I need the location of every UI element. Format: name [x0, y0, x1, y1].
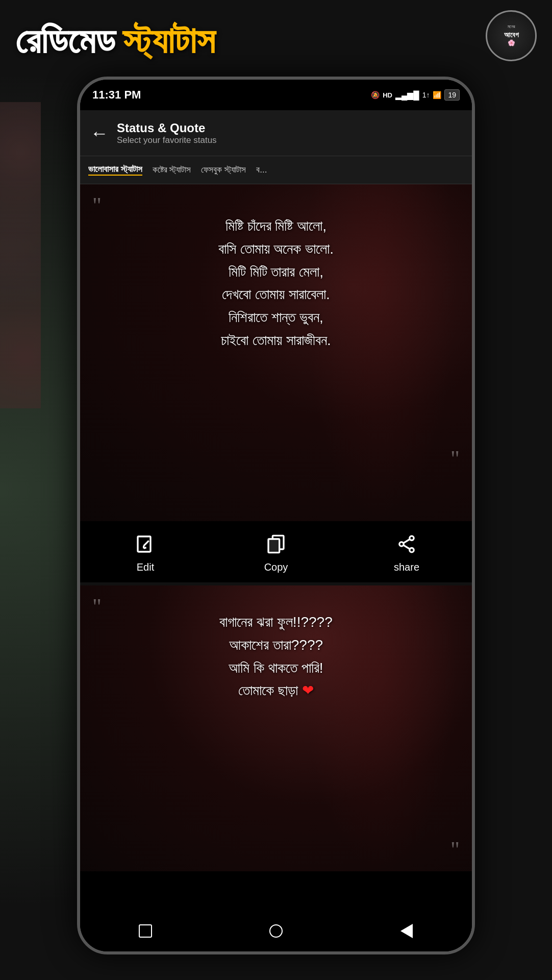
quote-close-2: " — [450, 839, 460, 861]
quote-text-1: মিষ্টি চাঁদের মিষ্টি আলো, বাসি তোমায় অন… — [92, 215, 460, 352]
quote-card-1: " মিষ্টি চাঁদের মিষ্টি আলো, বাসি তোমায় … — [80, 184, 472, 521]
logo-symbol: 🌸 — [504, 39, 519, 47]
action-bar: Edit Copy — [80, 521, 472, 582]
edit-label: Edit — [137, 561, 154, 573]
nav-triangle-icon — [400, 924, 413, 938]
nav-home-button[interactable] — [261, 921, 291, 941]
status-time: 11:31 PM — [92, 88, 141, 102]
notification-icon: 🔕 — [371, 91, 380, 99]
share-button[interactable]: share — [393, 531, 420, 573]
category-tabs: ভালোবাসার স্ট্যাটাস কষ্টের স্ট্যাটাস ফেস… — [80, 156, 472, 184]
svg-line-3 — [144, 547, 146, 548]
signal-2: 📶 — [433, 91, 441, 99]
phone-mockup: 11:31 PM 🔕 HD ▂▄▆█ 1↑ 📶 19 ← Status & Qu… — [77, 77, 475, 954]
copy-button[interactable]: Copy — [263, 531, 289, 573]
nav-square-icon — [139, 924, 152, 938]
cards-area: " মিষ্টি চাঁদের মিষ্টি আলো, বাসি তোমায় … — [80, 184, 472, 911]
battery-indicator: 19 — [444, 89, 460, 101]
edit-svg — [135, 534, 156, 554]
app-bar-text: Status & Quote Select your favorite stat… — [117, 121, 217, 145]
quote-close-1: " — [450, 448, 460, 470]
header-area: রেডিমেড স্ট্যাটাস — [0, 0, 552, 82]
floral-decoration — [0, 102, 41, 408]
copy-svg — [266, 534, 286, 554]
share-svg — [396, 534, 417, 554]
title-part1: রেডিমেড — [15, 19, 115, 62]
back-button[interactable]: ← — [90, 122, 109, 144]
svg-line-10 — [404, 545, 410, 549]
logo-line2: আবেগ — [504, 30, 519, 39]
nav-bar — [80, 911, 472, 951]
title-part2: স্ট্যাটাস — [123, 19, 215, 62]
tab-valobasar[interactable]: ভালোবাসার স্ট্যাটাস — [88, 164, 142, 176]
app-title: Status & Quote — [117, 121, 217, 135]
tab-more[interactable]: ব... — [256, 165, 267, 175]
edit-icon — [132, 531, 159, 557]
svg-point-6 — [410, 536, 414, 540]
main-title: রেডিমেড স্ট্যাটাস — [15, 19, 215, 62]
logo-line1: মনের — [504, 24, 519, 30]
share-icon — [393, 531, 420, 557]
svg-rect-5 — [268, 539, 280, 553]
share-label: share — [394, 561, 419, 573]
logo: মনের আবেগ 🌸 — [486, 10, 537, 61]
edit-button[interactable]: Edit — [132, 531, 159, 573]
status-bar: 11:31 PM 🔕 HD ▂▄▆█ 1↑ 📶 19 — [80, 80, 472, 110]
quote-text-2: বাগানের ঝরা ফুল!!???? আকাশের তারা???? আম… — [92, 611, 460, 702]
signal-1: 1↑ — [422, 91, 430, 99]
nav-circle-icon — [269, 924, 283, 938]
status-icons: 🔕 HD ▂▄▆█ 1↑ 📶 19 — [371, 89, 460, 101]
copy-icon — [263, 531, 289, 557]
svg-line-9 — [404, 539, 410, 543]
phone-screen: 11:31 PM 🔕 HD ▂▄▆█ 1↑ 📶 19 ← Status & Qu… — [80, 80, 472, 951]
svg-rect-0 — [138, 536, 150, 552]
quote-open-1: " — [92, 194, 102, 217]
copy-label: Copy — [264, 561, 288, 573]
app-subtitle: Select your favorite status — [117, 135, 217, 145]
quote-card-2: " বাগানের ঝরা ফুল!!???? আকাশের তারা???? … — [80, 585, 472, 871]
svg-line-1 — [144, 541, 149, 546]
svg-point-8 — [410, 548, 414, 552]
tab-facebook[interactable]: ফেসবুক স্ট্যাটাস — [201, 165, 246, 175]
hd-label: HD — [383, 91, 392, 99]
tab-koshter[interactable]: কষ্টের স্ট্যাটাস — [153, 165, 191, 175]
nav-square-button[interactable] — [130, 921, 161, 941]
app-bar: ← Status & Quote Select your favorite st… — [80, 110, 472, 156]
nav-back-button[interactable] — [391, 921, 422, 941]
signal-bars: ▂▄▆█ — [395, 90, 419, 100]
svg-point-7 — [399, 542, 404, 546]
